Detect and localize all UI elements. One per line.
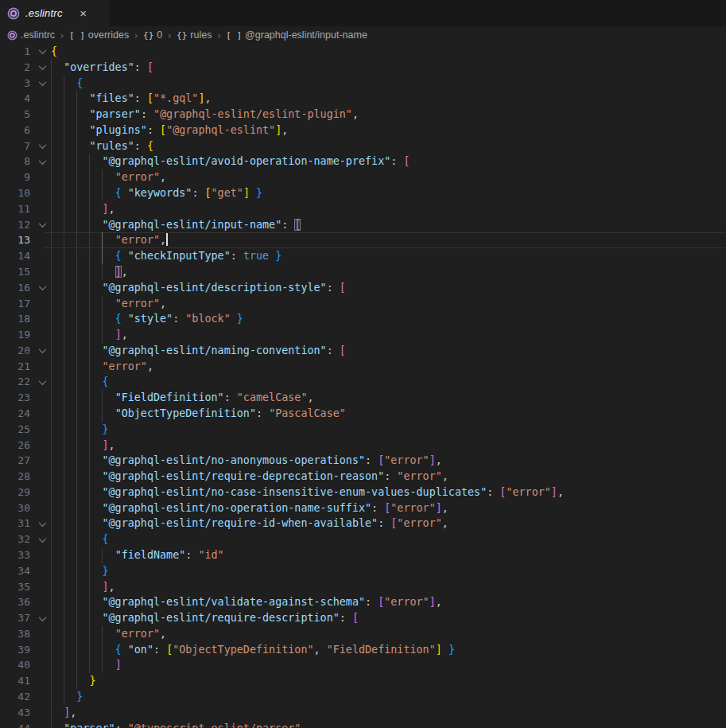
code-line[interactable]: 24 "ObjectTypeDefinition": "PascalCase" bbox=[0, 406, 726, 422]
code-line[interactable]: 12 "@graphql-eslint/input-name": [ bbox=[0, 217, 726, 233]
code-text: { "style": "block" } bbox=[0, 311, 726, 327]
token: "ObjectTypeDefinition" bbox=[115, 407, 256, 419]
code-line[interactable]: 20 "@graphql-eslint/naming-convention": … bbox=[0, 343, 726, 359]
token: "error" bbox=[103, 360, 147, 372]
code-line[interactable]: 10 { "keywords": ["get"] } bbox=[0, 185, 726, 201]
matched-bracket: ] bbox=[115, 266, 122, 278]
token: "error" bbox=[115, 171, 160, 183]
code-line[interactable]: 25 } bbox=[0, 422, 726, 438]
object-symbol-icon: {} bbox=[143, 30, 153, 41]
token: "@graphql-eslint/no-case-insensitive-enu… bbox=[103, 486, 487, 498]
code-line[interactable]: 36 "@graphql-eslint/validate-against-sch… bbox=[0, 594, 726, 610]
code-line[interactable]: 23 "FieldDefinition": "camelCase", bbox=[0, 390, 726, 406]
token: : bbox=[487, 486, 499, 498]
token: "@graphql-eslint/eslint-plugin" bbox=[153, 108, 352, 120]
code-line[interactable]: 33 "fieldName": "id" bbox=[0, 547, 726, 563]
code-line[interactable]: 14 { "checkInputType": true } bbox=[0, 248, 726, 264]
token: "files" bbox=[89, 92, 134, 104]
breadcrumb-item[interactable]: .eslintrc bbox=[7, 29, 55, 41]
code-line[interactable]: 1{ bbox=[0, 44, 726, 60]
token: { bbox=[103, 376, 109, 387]
code-line[interactable]: 4 "files": ["*.gql"], bbox=[0, 91, 726, 107]
code-text: "FieldDefinition": "camelCase", bbox=[0, 390, 726, 406]
code-line[interactable]: 26 ], bbox=[0, 438, 726, 454]
code-line[interactable]: 3 { bbox=[0, 76, 726, 91]
code-line[interactable]: 41 } bbox=[0, 673, 726, 689]
token: , bbox=[147, 360, 153, 372]
token: "@graphql-eslint/no-operation-name-suffi… bbox=[103, 502, 372, 514]
token bbox=[231, 313, 237, 325]
tab-eslintrc[interactable]: .eslintrc × bbox=[0, 0, 109, 26]
code-line[interactable]: 35 ], bbox=[0, 579, 726, 595]
token: "camelCase" bbox=[237, 391, 308, 403]
code-line[interactable]: 30 "@graphql-eslint/no-operation-name-su… bbox=[0, 500, 726, 516]
token: : bbox=[327, 282, 340, 294]
token: , bbox=[352, 108, 359, 120]
code-line[interactable]: 38 "error", bbox=[0, 626, 726, 642]
code-line[interactable]: 27 "@graphql-eslint/no-anonymous-operati… bbox=[0, 453, 726, 469]
code-line[interactable]: 22 { bbox=[0, 374, 726, 390]
breadcrumb-item[interactable]: [ ]overrides bbox=[69, 29, 129, 41]
token: "overrides" bbox=[64, 61, 134, 73]
token: ] bbox=[436, 644, 442, 656]
breadcrumb-separator-icon: › bbox=[133, 29, 139, 41]
token: [ bbox=[403, 155, 410, 167]
token bbox=[250, 187, 256, 199]
code-line[interactable]: 32 { bbox=[0, 531, 726, 547]
code-line[interactable]: 34 } bbox=[0, 563, 726, 579]
code-line[interactable]: 18 { "style": "block" } bbox=[0, 311, 726, 327]
code-line[interactable]: 15 ], bbox=[0, 264, 726, 280]
token: ] bbox=[243, 187, 250, 199]
token: } bbox=[76, 691, 83, 703]
code-line[interactable]: 7 "rules": { bbox=[0, 138, 726, 154]
token: "error" bbox=[390, 502, 435, 514]
code-text: "@graphql-eslint/description-style": [ bbox=[0, 280, 726, 296]
code-line[interactable]: 29 "@graphql-eslint/no-case-insensitive-… bbox=[0, 485, 726, 500]
token: "error" bbox=[115, 234, 160, 246]
code-line[interactable]: 6 "plugins": ["@graphql-eslint"], bbox=[0, 123, 726, 138]
token bbox=[442, 644, 448, 656]
code-line[interactable]: 16 "@graphql-eslint/description-style": … bbox=[0, 280, 726, 296]
code-line[interactable]: 2 "overrides": [ bbox=[0, 60, 726, 76]
breadcrumb-item[interactable]: {}0 bbox=[143, 29, 162, 41]
code-line[interactable]: 37 "@graphql-eslint/require-description"… bbox=[0, 610, 726, 626]
token: [ bbox=[340, 282, 346, 294]
code-line[interactable]: 42 } bbox=[0, 689, 726, 705]
code-line[interactable]: 8 "@graphql-eslint/avoid-operation-name-… bbox=[0, 154, 726, 169]
token: "@graphql-eslint" bbox=[166, 124, 275, 136]
code-line[interactable]: 9 "error", bbox=[0, 169, 726, 185]
token: } bbox=[275, 250, 281, 262]
code-line[interactable]: 40 ] bbox=[0, 657, 726, 673]
breadcrumb-label: overrides bbox=[88, 29, 129, 41]
token: "@graphql-eslint/avoid-operation-name-pr… bbox=[103, 155, 391, 167]
code-text: { "keywords": ["get"] } bbox=[0, 185, 726, 201]
token: : bbox=[256, 407, 269, 419]
breadcrumb-item[interactable]: {}rules bbox=[177, 29, 212, 41]
breadcrumb-label: rules bbox=[190, 29, 212, 41]
token: : bbox=[384, 470, 397, 482]
token: "error" bbox=[115, 628, 160, 640]
code-text: "overrides": [ bbox=[0, 60, 726, 76]
token: , bbox=[436, 596, 442, 608]
token: [ bbox=[352, 612, 359, 624]
code-line[interactable]: 39 { "on": ["ObjectTypeDefinition", "Fie… bbox=[0, 642, 726, 658]
token: { bbox=[115, 187, 122, 199]
code-line[interactable]: 28 "@graphql-eslint/require-deprecation-… bbox=[0, 469, 726, 485]
code-text: "error", bbox=[0, 296, 726, 312]
code-text: "@graphql-eslint/no-anonymous-operations… bbox=[0, 453, 726, 469]
code-line[interactable]: 11 ], bbox=[0, 201, 726, 217]
code-line[interactable]: 21 "error", bbox=[0, 359, 726, 375]
code-line[interactable]: 19 ], bbox=[0, 327, 726, 343]
code-area: 1{2 "overrides": [3 {4 "files": ["*.gql"… bbox=[0, 44, 726, 728]
token: : bbox=[173, 313, 185, 325]
code-text: ], bbox=[0, 705, 726, 721]
code-line[interactable]: 43 ], bbox=[0, 705, 726, 721]
close-icon[interactable]: × bbox=[76, 6, 91, 21]
code-line[interactable]: 13 "error", bbox=[0, 232, 726, 248]
code-line[interactable]: 17 "error", bbox=[0, 296, 726, 312]
code-line[interactable]: 31 "@graphql-eslint/require-id-when-avai… bbox=[0, 516, 726, 531]
breadcrumb-separator-icon: › bbox=[59, 29, 65, 41]
code-line[interactable]: 44 "parser": "@typescript-eslint/parser" bbox=[0, 721, 726, 728]
code-line[interactable]: 5 "parser": "@graphql-eslint/eslint-plug… bbox=[0, 107, 726, 123]
breadcrumb-item[interactable]: [ ]@graphql-eslint/input-name bbox=[226, 29, 367, 41]
